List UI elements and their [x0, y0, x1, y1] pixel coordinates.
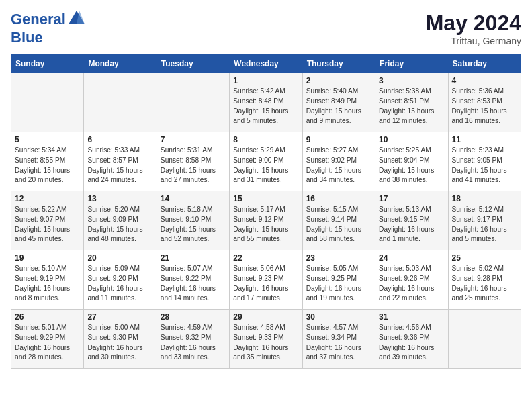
calendar-cell: 24Sunrise: 5:03 AMSunset: 9:26 PMDayligh… — [375, 250, 448, 310]
col-header-saturday: Saturday — [448, 55, 521, 73]
day-info: Sunrise: 5:20 AMSunset: 9:09 PMDaylight:… — [87, 205, 152, 244]
calendar-cell: 30Sunrise: 4:57 AMSunset: 9:34 PMDayligh… — [302, 310, 375, 369]
calendar-cell: 19Sunrise: 5:10 AMSunset: 9:19 PMDayligh… — [11, 250, 84, 310]
day-info: Sunrise: 5:02 AMSunset: 9:28 PMDaylight:… — [452, 264, 517, 304]
calendar-cell: 13Sunrise: 5:20 AMSunset: 9:09 PMDayligh… — [84, 191, 157, 250]
day-info: Sunrise: 5:25 AMSunset: 9:04 PMDaylight:… — [379, 146, 444, 185]
day-number: 23 — [306, 253, 371, 263]
day-number: 6 — [87, 135, 152, 144]
day-number: 8 — [233, 135, 298, 144]
day-info: Sunrise: 5:13 AMSunset: 9:15 PMDaylight:… — [379, 205, 444, 244]
day-number: 13 — [87, 194, 152, 203]
calendar-cell: 15Sunrise: 5:17 AMSunset: 9:12 PMDayligh… — [230, 191, 302, 250]
calendar-cell: 22Sunrise: 5:06 AMSunset: 9:23 PMDayligh… — [230, 250, 302, 310]
day-number: 15 — [233, 194, 298, 203]
calendar-cell: 5Sunrise: 5:34 AMSunset: 8:55 PMDaylight… — [11, 132, 84, 191]
day-number: 19 — [15, 253, 80, 263]
day-number: 7 — [161, 135, 226, 144]
day-number: 30 — [306, 312, 371, 322]
calendar-cell: 21Sunrise: 5:07 AMSunset: 9:22 PMDayligh… — [157, 250, 229, 310]
day-number: 9 — [306, 135, 371, 144]
day-number: 5 — [15, 135, 80, 144]
day-number: 31 — [379, 312, 444, 322]
calendar-cell: 20Sunrise: 5:09 AMSunset: 9:20 PMDayligh… — [84, 250, 157, 310]
day-info: Sunrise: 4:58 AMSunset: 9:33 PMDaylight:… — [233, 323, 298, 363]
calendar-cell: 3Sunrise: 5:38 AMSunset: 8:51 PMDaylight… — [375, 73, 448, 132]
col-header-friday: Friday — [375, 55, 448, 73]
calendar-cell: 17Sunrise: 5:13 AMSunset: 9:15 PMDayligh… — [375, 191, 448, 250]
calendar-cell — [11, 73, 84, 132]
calendar-cell: 23Sunrise: 5:05 AMSunset: 9:25 PMDayligh… — [302, 250, 375, 310]
title-block: May 2024 Trittau, Germany — [426, 11, 521, 46]
day-number: 4 — [452, 76, 517, 85]
col-header-thursday: Thursday — [302, 55, 375, 73]
week-row-1: 1Sunrise: 5:42 AMSunset: 8:48 PMDaylight… — [11, 73, 521, 132]
day-info: Sunrise: 5:29 AMSunset: 9:00 PMDaylight:… — [233, 146, 298, 185]
calendar-cell: 27Sunrise: 5:00 AMSunset: 9:30 PMDayligh… — [84, 310, 157, 369]
day-info: Sunrise: 4:59 AMSunset: 9:32 PMDaylight:… — [161, 323, 226, 363]
day-info: Sunrise: 5:05 AMSunset: 9:25 PMDaylight:… — [306, 264, 371, 304]
day-info: Sunrise: 5:09 AMSunset: 9:20 PMDaylight:… — [87, 264, 152, 304]
calendar-cell: 9Sunrise: 5:27 AMSunset: 9:02 PMDaylight… — [302, 132, 375, 191]
calendar-cell: 25Sunrise: 5:02 AMSunset: 9:28 PMDayligh… — [448, 250, 521, 310]
calendar-cell: 31Sunrise: 4:56 AMSunset: 9:36 PMDayligh… — [375, 310, 448, 369]
col-header-sunday: Sunday — [11, 55, 84, 73]
day-number: 28 — [161, 312, 226, 322]
location: Trittau, Germany — [426, 36, 521, 46]
day-info: Sunrise: 5:38 AMSunset: 8:51 PMDaylight:… — [379, 87, 444, 126]
calendar-cell: 26Sunrise: 5:01 AMSunset: 9:29 PMDayligh… — [11, 310, 84, 369]
page-header: General Blue May 2024 Trittau, Germany — [11, 11, 521, 46]
logo-text: General — [11, 11, 87, 30]
day-info: Sunrise: 5:07 AMSunset: 9:22 PMDaylight:… — [161, 264, 226, 304]
day-info: Sunrise: 5:15 AMSunset: 9:14 PMDaylight:… — [306, 205, 371, 244]
week-row-2: 5Sunrise: 5:34 AMSunset: 8:55 PMDaylight… — [11, 132, 521, 191]
calendar-table: SundayMondayTuesdayWednesdayThursdayFrid… — [11, 54, 521, 369]
day-number: 20 — [87, 253, 152, 263]
day-info: Sunrise: 5:42 AMSunset: 8:48 PMDaylight:… — [233, 87, 298, 126]
week-row-4: 19Sunrise: 5:10 AMSunset: 9:19 PMDayligh… — [11, 250, 521, 310]
calendar-cell — [84, 73, 157, 132]
calendar-cell: 7Sunrise: 5:31 AMSunset: 8:58 PMDaylight… — [157, 132, 229, 191]
day-info: Sunrise: 5:27 AMSunset: 9:02 PMDaylight:… — [306, 146, 371, 185]
col-header-tuesday: Tuesday — [157, 55, 229, 73]
day-number: 14 — [161, 194, 226, 203]
calendar-cell: 29Sunrise: 4:58 AMSunset: 9:33 PMDayligh… — [230, 310, 302, 369]
col-header-wednesday: Wednesday — [230, 55, 302, 73]
calendar-cell: 1Sunrise: 5:42 AMSunset: 8:48 PMDaylight… — [230, 73, 302, 132]
day-info: Sunrise: 4:57 AMSunset: 9:34 PMDaylight:… — [306, 323, 371, 363]
day-number: 16 — [306, 194, 371, 203]
day-number: 18 — [452, 194, 517, 203]
calendar-cell: 11Sunrise: 5:23 AMSunset: 9:05 PMDayligh… — [448, 132, 521, 191]
day-number: 11 — [452, 135, 517, 144]
day-info: Sunrise: 5:23 AMSunset: 9:05 PMDaylight:… — [452, 146, 517, 185]
month-year: May 2024 — [426, 11, 521, 36]
logo: General Blue — [11, 11, 87, 46]
week-row-3: 12Sunrise: 5:22 AMSunset: 9:07 PMDayligh… — [11, 191, 521, 250]
calendar-cell: 14Sunrise: 5:18 AMSunset: 9:10 PMDayligh… — [157, 191, 229, 250]
day-info: Sunrise: 4:56 AMSunset: 9:36 PMDaylight:… — [379, 323, 444, 363]
day-info: Sunrise: 5:10 AMSunset: 9:19 PMDaylight:… — [15, 264, 80, 304]
day-info: Sunrise: 5:17 AMSunset: 9:12 PMDaylight:… — [233, 205, 298, 244]
day-number: 22 — [233, 253, 298, 263]
day-number: 2 — [306, 76, 371, 85]
day-info: Sunrise: 5:06 AMSunset: 9:23 PMDaylight:… — [233, 264, 298, 304]
calendar-cell: 18Sunrise: 5:12 AMSunset: 9:17 PMDayligh… — [448, 191, 521, 250]
day-info: Sunrise: 5:40 AMSunset: 8:49 PMDaylight:… — [306, 87, 371, 126]
day-info: Sunrise: 5:01 AMSunset: 9:29 PMDaylight:… — [15, 323, 80, 363]
calendar-cell: 12Sunrise: 5:22 AMSunset: 9:07 PMDayligh… — [11, 191, 84, 250]
logo-subtext: Blue — [11, 30, 87, 46]
day-info: Sunrise: 5:34 AMSunset: 8:55 PMDaylight:… — [15, 146, 80, 185]
calendar-cell — [157, 73, 229, 132]
day-info: Sunrise: 5:33 AMSunset: 8:57 PMDaylight:… — [87, 146, 152, 185]
day-info: Sunrise: 5:36 AMSunset: 8:53 PMDaylight:… — [452, 87, 517, 126]
day-info: Sunrise: 5:18 AMSunset: 9:10 PMDaylight:… — [161, 205, 226, 244]
week-row-5: 26Sunrise: 5:01 AMSunset: 9:29 PMDayligh… — [11, 310, 521, 369]
day-info: Sunrise: 5:22 AMSunset: 9:07 PMDaylight:… — [15, 205, 80, 244]
day-number: 29 — [233, 312, 298, 322]
day-number: 26 — [15, 312, 80, 322]
day-info: Sunrise: 5:31 AMSunset: 8:58 PMDaylight:… — [161, 146, 226, 185]
calendar-cell: 8Sunrise: 5:29 AMSunset: 9:00 PMDaylight… — [230, 132, 302, 191]
col-header-monday: Monday — [84, 55, 157, 73]
day-number: 25 — [452, 253, 517, 263]
day-number: 10 — [379, 135, 444, 144]
